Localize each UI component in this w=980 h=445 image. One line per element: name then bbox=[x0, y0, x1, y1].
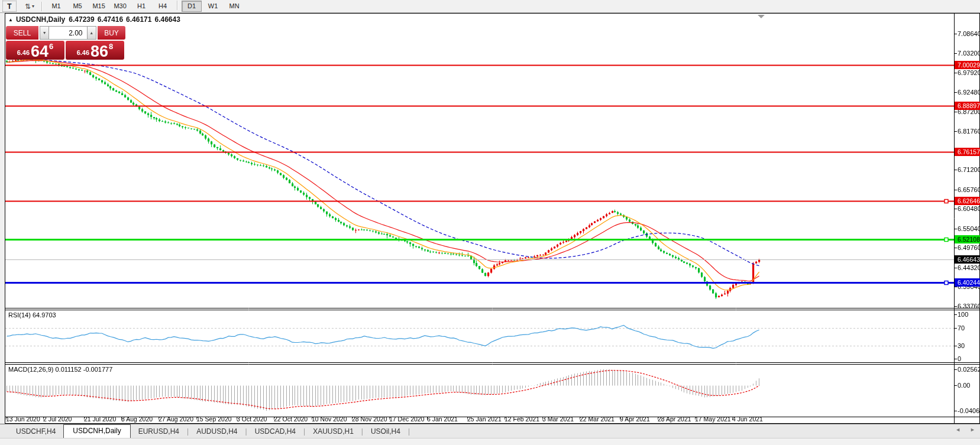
chart-symbol-period: USDCNH,Daily bbox=[16, 15, 65, 24]
sort-arrows-icon: ⇅ bbox=[25, 2, 31, 11]
date-axis-label: 4 Jun 2021 bbox=[732, 415, 763, 423]
price-axis-tick: 6.33760 bbox=[958, 303, 980, 310]
up-triangle-icon: ▲ bbox=[8, 17, 13, 22]
sell-price-big: 64 bbox=[31, 44, 48, 59]
chart-tools-button[interactable]: ⇅ ▾ bbox=[22, 1, 37, 12]
chart-tab-xauusd[interactable]: XAUUSD,H1 bbox=[305, 425, 361, 438]
volume-decrease-button[interactable]: ▼ bbox=[40, 26, 49, 40]
timeframe-button-w1[interactable]: W1 bbox=[203, 1, 223, 12]
timeframe-button-d1[interactable]: D1 bbox=[182, 1, 202, 12]
price-axis-tick: 6.49760 bbox=[958, 244, 980, 251]
timeframe-group: M1M5M15M30H1H4D1W1MN bbox=[46, 1, 245, 12]
date-axis-label: 9 Apr 2021 bbox=[620, 415, 650, 423]
date-axis-label: 12 Feb 2021 bbox=[504, 415, 539, 423]
toolbar-separator bbox=[177, 1, 177, 10]
rsi-axis-tick: 0 bbox=[958, 355, 961, 362]
date-axis-label: 15 Sep 2020 bbox=[196, 415, 232, 423]
chart-tab-audusd[interactable]: AUDUSD,H4 bbox=[189, 425, 245, 438]
timeframe-button-m15[interactable]: M15 bbox=[89, 1, 109, 12]
timeframe-button-m1[interactable]: M1 bbox=[46, 1, 66, 12]
volume-increase-button[interactable]: ▲ bbox=[87, 26, 96, 40]
hline-price-tag[interactable]: 6.52108 bbox=[955, 235, 980, 243]
date-axis-label: 2 Jul 2020 bbox=[43, 415, 72, 423]
hline-price-tag[interactable]: 6.76157 bbox=[955, 148, 980, 156]
volume-input[interactable]: 2.00 bbox=[49, 26, 86, 40]
rsi-axis-tick: 70 bbox=[958, 324, 965, 332]
hline-price-tag[interactable]: 6.88897 bbox=[955, 102, 980, 110]
price-axis-tick: 7.03200 bbox=[958, 50, 980, 57]
macd-axis-tick: 0.00 bbox=[958, 382, 970, 389]
buy-button[interactable]: BUY bbox=[98, 26, 125, 40]
rsi-axis-tick: 30 bbox=[958, 342, 965, 349]
price-axis-tick: 6.60480 bbox=[958, 205, 980, 212]
date-axis-label: 17 May 2021 bbox=[695, 415, 731, 423]
chevron-down-icon: ▾ bbox=[32, 4, 34, 9]
hline-price-tag[interactable]: 6.62646 bbox=[955, 197, 980, 205]
timeframe-button-m5[interactable]: M5 bbox=[67, 1, 88, 12]
price-axis-tick: 6.44320 bbox=[958, 264, 980, 271]
date-axis-label: 8 Aug 2020 bbox=[121, 415, 153, 423]
chart-tab-eurusd[interactable]: EURUSD,H4 bbox=[131, 425, 187, 438]
hline-price-tag[interactable]: 6.40244 bbox=[955, 278, 980, 287]
ohlc-open: 6.47239 bbox=[69, 15, 94, 24]
one-click-trading-panel: SELL ▼ 2.00 ▲ BUY 6.46 64 6 6.46 86 8 bbox=[6, 26, 125, 60]
date-axis-label: 28 Nov 2020 bbox=[352, 415, 387, 423]
date-axis-label: 28 Apr 2021 bbox=[658, 415, 691, 423]
chart-tab-usdcad[interactable]: USDCAD,H4 bbox=[247, 425, 303, 438]
date-axis-label: 22 Oct 2020 bbox=[274, 415, 308, 423]
price-axis-tick: 6.97920 bbox=[958, 69, 980, 76]
current-price-tag: 6.46643 bbox=[955, 255, 980, 264]
sell-price-prefix: 6.46 bbox=[17, 49, 30, 56]
date-axis-label: 27 Aug 2020 bbox=[159, 415, 193, 423]
price-axis-tick: 6.92480 bbox=[958, 89, 980, 96]
sell-price-display[interactable]: 6.46 64 6 bbox=[6, 41, 64, 60]
chart-tab-usdcnh[interactable]: USDCNH,Daily bbox=[63, 424, 130, 438]
date-axis-label: 17 Dec 2020 bbox=[389, 415, 425, 423]
rsi-axis-tick: 100 bbox=[958, 311, 968, 318]
price-axis-tick: 6.55040 bbox=[958, 225, 980, 232]
rsi-indicator-label: RSI(14) 64.9703 bbox=[8, 311, 56, 319]
tab-scroll-arrows: ◄ ► bbox=[955, 427, 975, 433]
chart-tab-bar: USDCHF,H4USDCNH,DailyEURUSD,H4|AUDUSD,H4… bbox=[0, 424, 980, 438]
tab-scroll-right-icon[interactable]: ► bbox=[970, 427, 975, 433]
price-axis-tick: 6.81760 bbox=[958, 128, 980, 135]
date-axis-label: 3 Oct 2020 bbox=[237, 415, 267, 423]
buy-price-prefix: 6.46 bbox=[77, 49, 89, 56]
date-axis-label: 6 Jan 2021 bbox=[427, 415, 458, 423]
macd-axis-tick: 0.025623 bbox=[958, 366, 980, 373]
ohlc-high: 6.47416 bbox=[98, 15, 123, 24]
top-toolbar: T ⇅ ▾ M1M5M15M30H1H4D1W1MN bbox=[0, 0, 980, 13]
status-bar bbox=[0, 438, 980, 445]
date-axis-label: 10 Nov 2020 bbox=[312, 415, 347, 423]
chart-tab-usdchf[interactable]: USDCHF,H4 bbox=[8, 425, 63, 438]
timeframe-button-m30[interactable]: M30 bbox=[110, 1, 130, 12]
date-axis-label: 22 Mar 2021 bbox=[580, 415, 614, 423]
chart-canvas[interactable] bbox=[0, 0, 980, 445]
price-axis-tick: 6.65760 bbox=[958, 186, 980, 193]
price-axis-tick: 6.71200 bbox=[958, 166, 980, 173]
date-axis-label: 25 Jan 2021 bbox=[467, 415, 502, 423]
date-axis-label: 3 Mar 2021 bbox=[542, 415, 574, 423]
timeframe-button-h1[interactable]: H1 bbox=[131, 1, 151, 12]
toolbar-separator bbox=[41, 2, 42, 11]
ohlc-low: 6.46171 bbox=[126, 15, 151, 24]
date-axis-label: 13 Jun 2020 bbox=[6, 415, 40, 423]
sell-price-sup: 6 bbox=[49, 42, 53, 51]
chart-tab-usoil[interactable]: USOil,H4 bbox=[363, 425, 408, 438]
macd-indicator-label: MACD(12,26,9) 0.011152 -0.001777 bbox=[8, 366, 112, 373]
timeframe-button-mn[interactable]: MN bbox=[224, 1, 244, 12]
buy-price-display[interactable]: 6.46 86 8 bbox=[66, 41, 124, 60]
price-axis-tick: 7.08640 bbox=[958, 30, 980, 37]
chart-title: ▲ USDCNH,Daily 6.47239 6.47416 6.46171 6… bbox=[8, 15, 180, 24]
buy-price-sup: 8 bbox=[109, 42, 113, 51]
sell-button[interactable]: SELL bbox=[6, 26, 38, 40]
hline-price-tag[interactable]: 7.00029 bbox=[955, 61, 980, 69]
macd-axis-tick: -0.040687 bbox=[958, 407, 980, 414]
buy-price-big: 86 bbox=[90, 44, 108, 59]
ohlc-close: 6.46643 bbox=[154, 15, 180, 24]
date-axis-label: 21 Jul 2020 bbox=[84, 415, 116, 423]
timeframe-button-h4[interactable]: H4 bbox=[153, 1, 173, 12]
tab-scroll-left-icon[interactable]: ◄ bbox=[955, 427, 960, 433]
tab-separator: | bbox=[408, 425, 410, 438]
text-tool-button[interactable]: T bbox=[2, 1, 17, 12]
